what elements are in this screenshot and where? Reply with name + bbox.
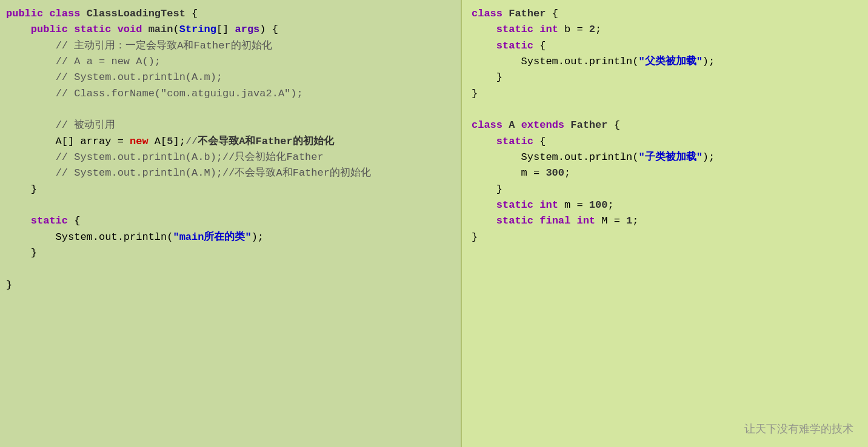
right-code-block: class Father { static int b = 2; static … xyxy=(472,6,858,245)
right-code-panel: class Father { static int b = 2; static … xyxy=(461,0,868,447)
left-code-panel: public class ClassLoadingTest { public s… xyxy=(0,0,461,447)
watermark: 让天下没有难学的技术 xyxy=(744,422,853,436)
left-code-block: public class ClassLoadingTest { public s… xyxy=(6,6,451,293)
main-container: public class ClassLoadingTest { public s… xyxy=(0,0,868,447)
